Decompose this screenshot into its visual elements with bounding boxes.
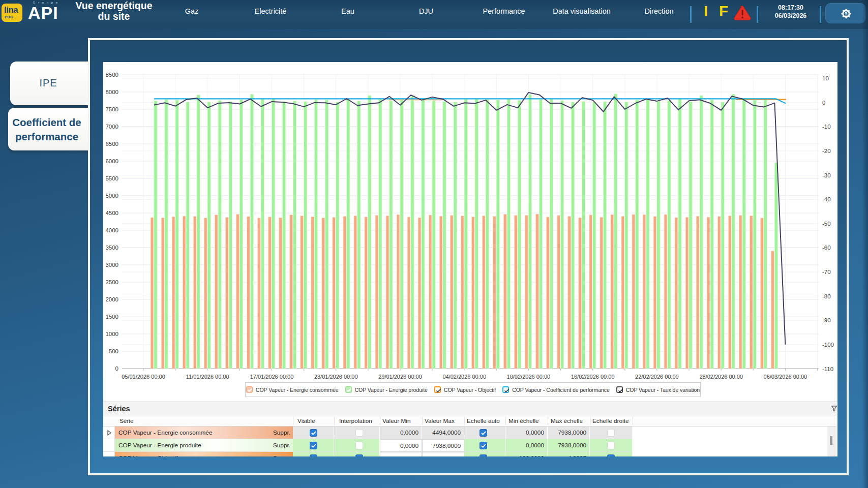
- svg-text:17/01/2026 00:00: 17/01/2026 00:00: [250, 374, 294, 380]
- svg-text:22/02/2026 00:00: 22/02/2026 00:00: [635, 374, 679, 380]
- svg-text:-110: -110: [822, 366, 833, 372]
- svg-text:4000: 4000: [105, 227, 118, 233]
- svg-text:06/03/2026 00:00: 06/03/2026 00:00: [764, 374, 807, 380]
- svg-text:2000: 2000: [105, 296, 118, 302]
- svg-text:-40: -40: [822, 196, 831, 202]
- svg-text:-50: -50: [822, 221, 831, 227]
- svg-text:0: 0: [115, 365, 118, 372]
- svg-text:6500: 6500: [105, 141, 118, 147]
- svg-text:-100: -100: [822, 342, 834, 348]
- svg-text:8000: 8000: [105, 89, 118, 95]
- svg-text:16/02/2026 00:00: 16/02/2026 00:00: [571, 374, 615, 380]
- svg-text:10/02/2026 00:00: 10/02/2026 00:00: [507, 374, 551, 380]
- svg-text:23/01/2026 00:00: 23/01/2026 00:00: [314, 374, 358, 380]
- svg-text:4500: 4500: [105, 210, 118, 216]
- svg-text:7000: 7000: [105, 124, 118, 130]
- svg-text:29/01/2026 00:00: 29/01/2026 00:00: [378, 374, 422, 380]
- svg-text:500: 500: [109, 348, 118, 354]
- svg-text:-80: -80: [822, 293, 831, 299]
- svg-text:10: 10: [822, 75, 829, 81]
- svg-text:-20: -20: [822, 148, 831, 154]
- svg-text:04/02/2026 00:00: 04/02/2026 00:00: [442, 374, 486, 380]
- svg-text:5500: 5500: [105, 175, 118, 181]
- svg-text:3500: 3500: [105, 245, 118, 251]
- svg-text:05/01/2026 00:00: 05/01/2026 00:00: [122, 374, 165, 380]
- svg-text:7500: 7500: [105, 106, 118, 112]
- svg-text:-30: -30: [822, 172, 831, 178]
- svg-text:2500: 2500: [105, 279, 118, 285]
- svg-text:3000: 3000: [105, 262, 118, 268]
- svg-text:28/02/2026 00:00: 28/02/2026 00:00: [699, 374, 743, 380]
- svg-text:-60: -60: [822, 245, 831, 251]
- svg-text:1000: 1000: [105, 331, 118, 337]
- svg-text:-10: -10: [822, 124, 831, 130]
- svg-text:-70: -70: [822, 269, 831, 275]
- svg-text:11/01/2026 00:00: 11/01/2026 00:00: [186, 374, 229, 380]
- svg-text:0: 0: [822, 100, 825, 106]
- svg-text:8500: 8500: [105, 72, 118, 78]
- svg-text:-90: -90: [822, 317, 831, 323]
- svg-text:5000: 5000: [105, 193, 118, 199]
- svg-text:6000: 6000: [105, 158, 118, 164]
- svg-text:1500: 1500: [105, 314, 118, 320]
